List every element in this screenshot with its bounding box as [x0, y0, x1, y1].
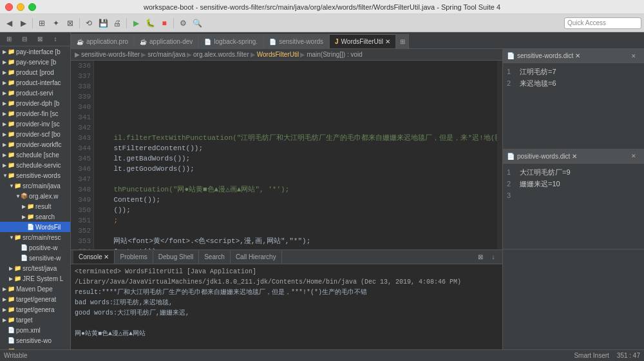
arrow-icon: ▼ — [15, 193, 21, 199]
toolbar-btn-5[interactable]: ⊠ — [64, 17, 77, 30]
arrow-icon: ▶ — [3, 121, 8, 127]
console-line: bad words:江明毛纺,来迟地毯, — [75, 298, 498, 308]
toolbar-btn-9[interactable]: ⚙ — [176, 17, 189, 30]
sidebar-item[interactable]: ▶📁provider-dph [b — [0, 98, 70, 108]
console-tab[interactable]: Console ✕ — [73, 251, 115, 264]
sidebar-item[interactable]: ▶📁provider-inv [sc — [0, 119, 70, 129]
toolbar-btn-7[interactable]: 💾 — [97, 17, 109, 30]
debug-shell-tab[interactable]: Debug Shell — [153, 251, 199, 264]
sidebar-item[interactable]: ▶📁target/genera — [0, 304, 70, 315]
sidebar-item[interactable]: ▼📦org.alex.w — [0, 191, 70, 201]
close-button[interactable] — [5, 3, 13, 11]
sidebar-item[interactable]: ▶📁schedule [sche — [0, 150, 70, 160]
toolbar-btn-2[interactable]: ▶ — [17, 17, 30, 30]
sidebar-item[interactable]: 📄sensitive-w — [0, 253, 70, 263]
bc-part3[interactable]: org.alex.words.filter — [193, 51, 249, 58]
debug-button[interactable]: 🐛 — [144, 17, 156, 30]
dict2-num1: 1 — [507, 166, 516, 178]
bc-part1[interactable]: sensitive-words-filter — [81, 51, 140, 58]
toolbar-sep-1 — [32, 18, 33, 28]
console-clear-btn[interactable]: ⊠ — [474, 251, 487, 264]
toolbar-btn-4[interactable]: ✦ — [50, 17, 62, 30]
status-right: Smart Insert 351 : 47 — [574, 352, 640, 359]
sidebar-btn-2[interactable]: ⊟ — [18, 33, 31, 46]
sidebar-item[interactable]: ▶📁product [prod — [0, 67, 70, 77]
sidebar-item[interactable]: ▶📁provider-scf [bo — [0, 129, 70, 139]
sidebar-item[interactable]: ▶📁pay-interface [b — [0, 46, 70, 57]
dict2-text2: 姗姗来迟=10 — [520, 178, 560, 190]
dict1-section: 📄 sensitive-words.dict ✕ ✕ 1 江明毛纺=7 2 来迟… — [503, 49, 644, 150]
sidebar-item[interactable]: ▼📁src/main/java — [0, 180, 70, 191]
sidebar-item[interactable]: ▶📁Maven Depe — [0, 284, 70, 294]
stop-button[interactable]: ■ — [158, 17, 171, 30]
tab-plus[interactable]: ⊞ — [396, 34, 409, 48]
code-line — [97, 226, 495, 236]
arrow-icon: ▶ — [3, 90, 8, 96]
bc-part4[interactable]: WordsFilterUtil — [257, 51, 299, 58]
debug-shell-tab-label: Debug Shell — [158, 253, 193, 260]
sidebar-btn-3[interactable]: ⊠ — [33, 33, 46, 46]
sidebar-item[interactable]: ▼📁src/main/resc — [0, 232, 70, 242]
tab-application-pro[interactable]: ☕ application.pro — [71, 34, 134, 48]
sidebar-item[interactable]: ▶📁search — [0, 211, 70, 222]
code-line: lt.getBadWords()); — [97, 153, 495, 164]
sidebar-item[interactable]: ▶📁sequence-app — [0, 346, 70, 349]
sidebar-item[interactable]: 📄pom.xml — [0, 325, 70, 335]
toolbar-btn-10[interactable]: 🔍 — [191, 17, 204, 30]
dict2-close[interactable]: ✕ — [627, 150, 640, 162]
sidebar-item[interactable]: 📄positive-w — [0, 242, 70, 253]
sidebar-btn-4[interactable]: ↕ — [49, 33, 62, 46]
sidebar-item[interactable]: 📄WordsFil — [0, 222, 70, 232]
code-line: lt.getGoodWords()); — [97, 164, 495, 174]
sidebar-item[interactable]: ▶📁provider-fin [sc — [0, 108, 70, 119]
tab-wordsfilter[interactable]: J WordsFilterUtil ✕ — [329, 34, 396, 48]
tab-application-dev[interactable]: ☕ application-dev — [134, 34, 198, 48]
arrow-icon: ▶ — [9, 276, 14, 282]
bottom-panel: Console ✕ Problems Debug Shell Search Ca — [71, 249, 502, 349]
sidebar-item[interactable]: 📄sensitive-wo — [0, 335, 70, 346]
dict1-num2: 2 — [507, 77, 516, 89]
code-content[interactable]: il.filterTextWithPunctuation("江明毛纺厂和大江明毛… — [94, 61, 497, 249]
sidebar-item[interactable]: ▶📁product-interfac — [0, 77, 70, 88]
toolbar-btn-3[interactable]: ⊞ — [35, 17, 48, 30]
dict2-header: 📄 positive-words.dict ✕ ✕ — [503, 150, 644, 164]
sidebar-item[interactable]: ▶📁product-servi — [0, 88, 70, 98]
bc-part5[interactable]: main(String[]) : void — [307, 51, 363, 58]
sidebar-item[interactable]: ▶📁target — [0, 315, 70, 325]
toolbar-btn-1[interactable]: ◀ — [3, 17, 15, 30]
sidebar-item[interactable]: ▶📁target/generat — [0, 294, 70, 304]
arrow-icon: ▶ — [3, 152, 8, 158]
sidebar-item[interactable]: ▶📁provider-workflc — [0, 139, 70, 150]
toolbar-btn-6[interactable]: ⟲ — [82, 17, 95, 30]
dict1-close[interactable]: ✕ — [627, 50, 640, 63]
tab-logback[interactable]: 📄 logback-spring. — [198, 34, 263, 48]
sidebar-item[interactable]: ▶📁result — [0, 201, 70, 211]
call-hierarchy-tab[interactable]: Call Hierarchy — [231, 251, 282, 264]
status-insert-mode: Smart Insert — [574, 352, 609, 359]
code-line: stFilteredContent()); — [97, 143, 495, 153]
sidebar-btn-1[interactable]: ⊞ — [3, 33, 15, 46]
tab-sensitive-words[interactable]: 📄 sensitive-words — [263, 34, 329, 48]
sidebar-item[interactable]: ▶📁pay-service [b — [0, 57, 70, 67]
minimize-button[interactable] — [17, 3, 24, 11]
sidebar-item[interactable]: ▶📁src/test/java — [0, 263, 70, 273]
console-scroll-btn[interactable]: ↓ — [487, 251, 500, 264]
run-button[interactable]: ▶ — [129, 17, 142, 30]
problems-tab[interactable]: Problems — [115, 251, 153, 264]
arrow-icon: ▶ — [3, 286, 8, 292]
sidebar-item[interactable]: ▶📁schedule-servic — [0, 160, 70, 170]
arrow-icon: ▶ — [3, 162, 8, 168]
toolbar-sep-2 — [79, 18, 80, 28]
arrow-icon: ▶ — [3, 70, 8, 75]
toolbar-btn-8[interactable]: 🖨 — [111, 17, 124, 30]
bc-part2[interactable]: src/main/java — [147, 51, 185, 58]
dict2-file-icon: 📄 — [507, 153, 515, 160]
code-editor[interactable]: 3363373383393403413423433443453463473483… — [71, 61, 502, 249]
maximize-button[interactable] — [28, 3, 36, 11]
sidebar-toolbar: ⊞ ⊟ ⊠ ↕ — [0, 32, 70, 46]
quick-access-field[interactable]: Quick Access — [564, 17, 641, 29]
sidebar-item[interactable]: ▼📁sensitive-words — [0, 170, 70, 180]
search-tab[interactable]: Search — [199, 251, 231, 264]
sidebar-item[interactable]: ▶📁JRE System L — [0, 273, 70, 284]
code-line — [97, 102, 495, 112]
